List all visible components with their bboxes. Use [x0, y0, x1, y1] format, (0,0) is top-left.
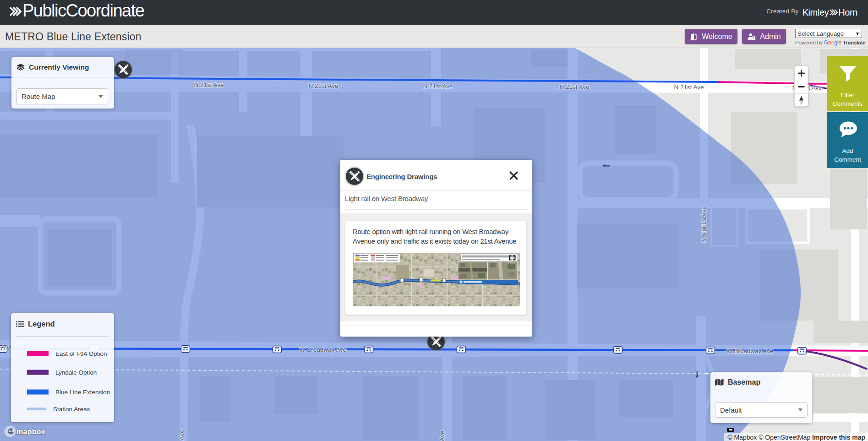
svg-text:W Broadway Ave: W Broadway Ave [300, 346, 347, 353]
svg-text:N Aldrich Ave: N Aldrich Ave [700, 206, 707, 243]
svg-text:Ave: Ave [178, 430, 185, 440]
svg-text:Ave: Ave [439, 430, 446, 441]
svg-text:N 21st Ave: N 21st Ave [194, 82, 224, 88]
svg-text:N 21st Ave: N 21st Ave [423, 83, 453, 90]
svg-text:N 21st Ave: N 21st Ave [674, 84, 704, 91]
svg-text:mapbox: mapbox [16, 428, 45, 436]
svg-text:N 21st Ave: N 21st Ave [308, 82, 338, 89]
svg-text:W Broadway Ave: W Broadway Ave [726, 348, 774, 354]
svg-text:Ave: Ave [1, 344, 11, 351]
svg-text:N 21st Ave: N 21st Ave [559, 83, 589, 90]
